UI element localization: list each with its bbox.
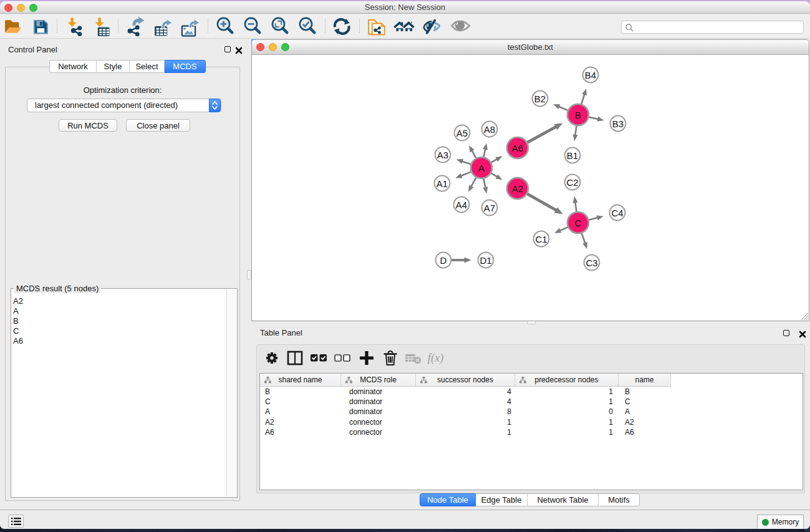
mcds-result-item[interactable]: A2 [11, 296, 226, 306]
deselect-all-icon[interactable] [333, 349, 352, 367]
export-image-icon[interactable] [178, 15, 200, 37]
edge-arrowhead [582, 242, 587, 249]
column-header-shared-name[interactable]: shared name [260, 374, 341, 387]
vertical-splitter-handle[interactable] [247, 270, 251, 279]
criterion-dropdown[interactable]: largest connected component (directed) [27, 99, 221, 112]
task-history-button[interactable] [8, 515, 24, 528]
mcds-result-item[interactable]: A6 [11, 336, 226, 346]
function-builder-icon[interactable]: f(x) [427, 349, 445, 367]
edge-C-C3[interactable] [582, 233, 586, 243]
column-header-name[interactable]: name [619, 374, 671, 387]
table-panel-close-button[interactable] [799, 329, 806, 341]
edge-B-B2[interactable] [559, 107, 568, 111]
mcds-result-scrollbar[interactable] [226, 289, 236, 496]
table-options-icon[interactable] [263, 349, 281, 367]
export-table-icon[interactable] [151, 15, 173, 37]
table-cell: A [260, 407, 341, 417]
edge-C-C1[interactable] [560, 227, 569, 231]
tab-motifs[interactable]: Motifs [599, 493, 640, 506]
hide-graphics-icon[interactable] [420, 15, 442, 37]
column-header-successor-nodes[interactable]: successor nodes [416, 374, 515, 387]
edge-arrowhead [597, 117, 604, 122]
refresh-layout-icon[interactable] [330, 15, 353, 37]
table-cell: B [260, 387, 341, 397]
tab-network-table[interactable]: Network Table [528, 493, 599, 506]
tab-network[interactable]: Network [49, 60, 97, 73]
network-from-file-icon[interactable] [366, 15, 388, 37]
dropdown-stepper-icon [209, 99, 221, 112]
mcds-result-item[interactable]: A [11, 306, 226, 316]
edge-C-C2[interactable] [575, 202, 576, 212]
table-row[interactable]: Cdominator41C [260, 397, 803, 407]
mcds-result-item[interactable]: C [11, 326, 226, 336]
tab-edge-table[interactable]: Edge Table [476, 493, 528, 506]
tab-node-table[interactable]: Node Table [420, 493, 476, 506]
search-input[interactable] [621, 21, 804, 34]
table-row[interactable]: Bdominator41B [260, 387, 803, 397]
table-panel-float-button[interactable] [783, 330, 789, 336]
resize-grip-icon[interactable] [800, 312, 808, 320]
control-panel-float-button[interactable] [224, 46, 231, 52]
zoom-selected-icon[interactable] [296, 15, 319, 37]
column-header-predecessor-nodes[interactable]: predecessor nodes [515, 374, 619, 387]
edge-A6-B[interactable] [527, 127, 556, 143]
tab-mcds[interactable]: MCDS [165, 60, 206, 73]
select-all-icon[interactable] [309, 349, 328, 367]
edge-A-A4[interactable] [471, 177, 476, 186]
zoom-fit-icon[interactable] [269, 15, 291, 37]
export-network-icon[interactable] [125, 15, 148, 37]
edge-A-A3[interactable] [462, 161, 471, 164]
save-icon[interactable] [29, 15, 51, 37]
table-row[interactable]: A2connector11A2 [260, 417, 803, 427]
delete-column-icon[interactable] [381, 349, 400, 367]
table-cell: B [619, 387, 671, 397]
edge-A-A2[interactable] [491, 173, 498, 177]
show-graphics-icon[interactable] [449, 15, 471, 37]
table-cell: dominator [341, 387, 416, 397]
run-mcds-button[interactable]: Run MCDS [59, 119, 117, 132]
fx-label: f(x) [428, 351, 444, 365]
edge-A-A1[interactable] [461, 172, 471, 176]
zoom-out-icon[interactable] [241, 15, 264, 37]
show-column-icon[interactable] [286, 349, 304, 367]
delete-table-icon[interactable] [404, 349, 423, 367]
edge-B-B3[interactable] [589, 117, 599, 119]
edge-arrowhead [554, 228, 561, 233]
network-canvas[interactable]: AA6A2BCA5A8A3A1A4A7B2B4B3B1C2C4C1C3DD1 [252, 56, 809, 321]
tab-style[interactable]: Style [97, 60, 130, 73]
table-row[interactable]: Adominator80A [260, 407, 803, 417]
import-network-icon[interactable] [64, 15, 87, 37]
mcds-result-item[interactable]: B [11, 316, 226, 326]
edge-C-C4[interactable] [588, 218, 597, 220]
edge-A-A7[interactable] [483, 178, 485, 188]
close-panel-button[interactable]: Close panel [126, 119, 190, 132]
network-graph: AA6A2BCA5A8A3A1A4A7B2B4B3B1C2C4C1C3DD1 [252, 56, 809, 321]
edge-B-B1[interactable] [575, 125, 576, 135]
edge-arrowhead [553, 104, 560, 109]
mcds-result-list[interactable]: A2ABCA6 [11, 296, 226, 346]
column-header-MCDS-role[interactable]: MCDS role [341, 374, 416, 387]
edge-A-A8[interactable] [483, 149, 485, 158]
add-column-icon[interactable] [357, 349, 376, 367]
table-cell: 1 [416, 417, 515, 427]
zoom-in-icon[interactable] [214, 15, 236, 37]
toolbar-separator [325, 19, 325, 34]
open-folder-icon[interactable] [2, 15, 25, 37]
edge-arrowhead [554, 123, 563, 130]
edge-A-A6[interactable] [491, 159, 497, 163]
node-label-A5: A5 [456, 128, 468, 138]
edge-B-B4[interactable] [581, 94, 584, 105]
edge-A-A5[interactable] [472, 150, 476, 158]
tab-select[interactable]: Select [130, 60, 165, 73]
control-panel-close-button[interactable] [235, 46, 243, 57]
go-home-icon[interactable] [392, 15, 415, 37]
edge-arrowhead [573, 134, 578, 141]
table-cell: 4 [416, 387, 515, 397]
network-window-title: testGlobe.txt [252, 40, 809, 55]
import-table-icon[interactable] [91, 15, 113, 37]
memory-button[interactable]: Memory [757, 515, 804, 529]
edge-arrowhead [582, 89, 587, 95]
edge-A2-C[interactable] [527, 193, 556, 210]
table-row[interactable]: A6connector11A6 [260, 427, 803, 437]
node-label-B4: B4 [585, 70, 596, 80]
